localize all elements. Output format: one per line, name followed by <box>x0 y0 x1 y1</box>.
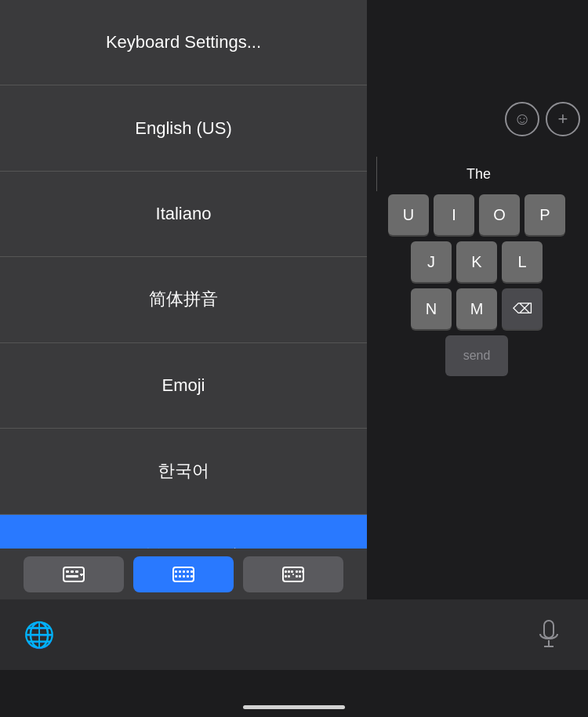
key-send[interactable]: send <box>445 335 508 376</box>
svg-rect-5 <box>173 567 194 581</box>
emoji-icon[interactable]: ☺ <box>505 102 539 136</box>
key-row-4: send <box>365 335 588 376</box>
globe-icon[interactable]: 🌐 <box>24 619 55 650</box>
add-icon[interactable]: + <box>546 102 580 136</box>
svg-rect-13 <box>183 575 185 578</box>
mic-icon[interactable] <box>533 619 564 650</box>
svg-rect-20 <box>296 570 298 573</box>
bottom-bar: 🌐 <box>0 599 588 670</box>
top-bar: ☺ + <box>505 102 580 136</box>
key-row-2: J K L <box>365 241 588 282</box>
keyboard-switcher <box>0 549 367 599</box>
svg-rect-4 <box>66 575 78 578</box>
svg-rect-12 <box>179 575 181 578</box>
svg-rect-8 <box>183 570 185 573</box>
key-u[interactable]: U <box>388 194 429 235</box>
switcher-full-keyboard[interactable] <box>133 556 234 592</box>
key-k[interactable]: K <box>456 241 497 282</box>
svg-rect-9 <box>187 570 189 573</box>
lang-item-keyboard-settings[interactable]: Keyboard Settings... <box>0 0 367 85</box>
key-p[interactable]: P <box>524 194 565 235</box>
svg-rect-21 <box>299 570 301 573</box>
key-n[interactable]: N <box>411 288 452 329</box>
lang-item-english-us[interactable]: English (US) <box>0 85 367 171</box>
home-indicator <box>243 705 345 709</box>
lang-item-simplified-chinese[interactable]: 简体拼音 <box>0 257 367 342</box>
svg-rect-15 <box>191 575 193 578</box>
key-o[interactable]: O <box>479 194 520 235</box>
lang-item-italiano[interactable]: Italiano <box>0 172 367 257</box>
switcher-small-keyboard[interactable] <box>24 556 124 592</box>
svg-rect-22 <box>302 570 304 573</box>
svg-rect-17 <box>285 570 287 573</box>
svg-rect-24 <box>288 575 290 578</box>
key-backspace[interactable]: ⌫ <box>502 288 543 329</box>
key-i[interactable]: I <box>434 194 474 235</box>
lang-item-emoji[interactable]: Emoji <box>0 343 367 429</box>
word-suggestion[interactable]: The <box>376 157 580 191</box>
svg-rect-26 <box>299 575 301 578</box>
svg-rect-18 <box>288 570 290 573</box>
key-row-3: N M ⌫ <box>365 288 588 329</box>
svg-rect-14 <box>187 575 189 578</box>
svg-rect-10 <box>191 570 193 573</box>
keyboard-area: U I O P J K L N M ⌫ send <box>365 194 588 592</box>
svg-rect-19 <box>291 570 293 573</box>
language-picker: Keyboard Settings... English (US) Italia… <box>0 0 367 599</box>
svg-rect-11 <box>175 575 177 578</box>
svg-rect-6 <box>175 570 177 573</box>
lang-item-korean[interactable]: 한국어 <box>0 429 367 514</box>
svg-rect-2 <box>71 570 74 573</box>
svg-rect-25 <box>296 575 298 578</box>
switcher-split-keyboard[interactable] <box>243 556 343 592</box>
svg-rect-3 <box>75 570 78 573</box>
svg-rect-23 <box>285 575 287 578</box>
key-m[interactable]: M <box>456 288 497 329</box>
key-row-1: U I O P <box>365 194 588 235</box>
key-j[interactable]: J <box>411 241 452 282</box>
svg-rect-7 <box>179 570 181 573</box>
svg-rect-1 <box>66 570 69 573</box>
svg-rect-27 <box>544 621 554 638</box>
key-l[interactable]: L <box>502 241 543 282</box>
